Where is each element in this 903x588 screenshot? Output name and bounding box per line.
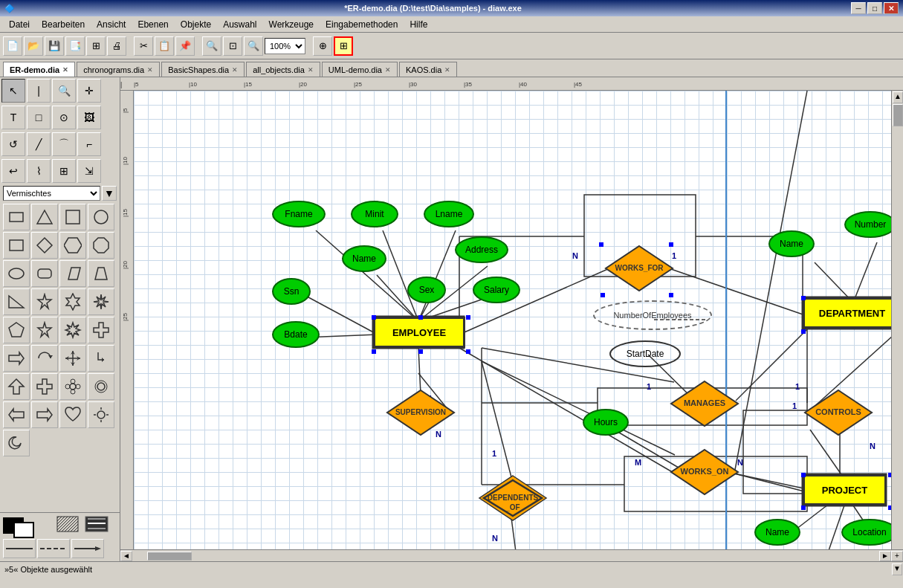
element-tool[interactable]: ⊙ bbox=[52, 106, 76, 129]
attr-location-proj[interactable]: Location bbox=[841, 519, 891, 546]
tab-close-4[interactable]: ✕ bbox=[385, 66, 391, 74]
maximize-button[interactable]: □ bbox=[867, 2, 882, 14]
shape-star5[interactable] bbox=[31, 288, 58, 315]
tab-close-1[interactable]: ✕ bbox=[147, 66, 153, 74]
minimize-button[interactable]: ─ bbox=[851, 2, 866, 14]
grid-button[interactable]: ⊞ bbox=[334, 36, 353, 56]
shape-crescent[interactable] bbox=[3, 430, 30, 456]
entity-employee[interactable]: EMPLOYEE bbox=[373, 317, 465, 348]
shape-arrow-right2[interactable] bbox=[31, 401, 58, 428]
pattern-button[interactable] bbox=[56, 516, 79, 534]
background-color[interactable] bbox=[13, 522, 34, 538]
entity-department[interactable]: DEPARTMENT bbox=[803, 297, 891, 329]
scroll-tool[interactable]: ⇲ bbox=[77, 159, 101, 183]
relation-supervision[interactable]: SUPERVISION bbox=[385, 388, 456, 437]
layers-button[interactable]: ⊞ bbox=[86, 36, 106, 56]
line-tool[interactable]: ╱ bbox=[27, 132, 51, 156]
attr-number-of-employees[interactable]: NumberOfEmployees bbox=[593, 300, 712, 330]
polyline-tool[interactable]: ⌇ bbox=[27, 159, 51, 183]
menu-item-bearbeiten[interactable]: Bearbeiten bbox=[36, 18, 91, 31]
attr-name-emp[interactable]: Name bbox=[342, 245, 386, 272]
scrollbar-right[interactable]: ▲ ▼ bbox=[891, 91, 903, 549]
attr-lname[interactable]: Lname bbox=[424, 201, 474, 227]
line-style-2[interactable] bbox=[37, 539, 70, 558]
menu-item-werkzeuge[interactable]: Werkzeuge bbox=[263, 18, 320, 31]
text-cursor-tool[interactable]: | bbox=[27, 79, 51, 103]
zoom-tool[interactable]: 🔍 bbox=[52, 79, 76, 103]
tab-close-2[interactable]: ✕ bbox=[232, 66, 238, 74]
shape-star-8[interactable] bbox=[59, 317, 86, 343]
save-button[interactable]: 💾 bbox=[45, 36, 64, 56]
shape-parallelogram[interactable] bbox=[59, 260, 86, 287]
save-as-button[interactable]: 📑 bbox=[65, 36, 85, 56]
shape-square[interactable] bbox=[59, 204, 86, 230]
shape-heart[interactable] bbox=[59, 401, 86, 428]
attr-number-dept[interactable]: Number bbox=[844, 211, 891, 238]
text-tool[interactable]: T bbox=[1, 106, 25, 129]
tab-close-5[interactable]: ✕ bbox=[444, 66, 450, 74]
select-tool[interactable]: ↖ bbox=[1, 79, 25, 103]
move-tool[interactable]: ✛ bbox=[77, 79, 101, 103]
menu-item-auswahl[interactable]: Auswahl bbox=[217, 18, 262, 31]
tab-close-3[interactable]: ✕ bbox=[308, 66, 314, 74]
shape-rect2[interactable] bbox=[3, 232, 30, 259]
attr-name-proj[interactable]: Name bbox=[754, 519, 800, 546]
attr-sex[interactable]: Sex bbox=[407, 277, 446, 303]
zoom-in-button[interactable]: 🔍 bbox=[244, 36, 263, 56]
relation-manages[interactable]: MANAGES bbox=[669, 379, 740, 428]
attr-minit[interactable]: Minit bbox=[351, 201, 398, 227]
shape-cross2[interactable] bbox=[88, 317, 114, 343]
bezier2-tool[interactable]: ↩ bbox=[1, 159, 25, 183]
tab-1[interactable]: chronograms.dia✕ bbox=[77, 62, 160, 77]
shape-plus[interactable] bbox=[31, 373, 58, 400]
attr-salary[interactable]: Salary bbox=[473, 277, 520, 303]
shape-arrows4[interactable] bbox=[59, 345, 86, 372]
scrollbar-horizontal[interactable]: ◄ ► + bbox=[120, 549, 903, 561]
shape-starburst[interactable] bbox=[88, 288, 114, 315]
shape-arrow-up[interactable] bbox=[3, 373, 30, 400]
shape-gear[interactable] bbox=[88, 373, 114, 400]
relation-controls[interactable]: CONTROLS bbox=[803, 388, 874, 437]
tab-3[interactable]: all_objects.dia✕ bbox=[246, 62, 320, 77]
paste-button[interactable]: 📌 bbox=[175, 36, 195, 56]
zoom-out-button[interactable]: 🔍 bbox=[202, 36, 221, 56]
menu-item-eingabemethoden[interactable]: Eingabemethoden bbox=[320, 18, 404, 31]
attr-address[interactable]: Address bbox=[455, 236, 508, 263]
shape-arrows-bend[interactable] bbox=[88, 345, 114, 372]
relation-works-on[interactable]: WORKS_ON bbox=[669, 448, 740, 497]
arrow-style[interactable] bbox=[71, 539, 104, 558]
shape-star-outline[interactable] bbox=[31, 317, 58, 343]
line-pattern-button[interactable] bbox=[85, 516, 109, 534]
tab-2[interactable]: BasicShapes.dia✕ bbox=[161, 62, 245, 77]
cut-button[interactable]: ✂ bbox=[134, 36, 153, 56]
shape-arrow-r[interactable] bbox=[3, 345, 30, 372]
attr-bdate[interactable]: Bdate bbox=[272, 321, 320, 348]
zigzag-tool[interactable]: ⌐ bbox=[77, 132, 101, 156]
attr-startdate[interactable]: StartDate bbox=[609, 340, 681, 367]
tab-close-0[interactable]: ✕ bbox=[62, 66, 68, 74]
print-button[interactable]: 🖨 bbox=[107, 36, 126, 56]
shape-category-select[interactable]: Vermischtes bbox=[3, 186, 100, 201]
shape-star-sun[interactable] bbox=[88, 401, 114, 428]
entity-project[interactable]: PROJECT bbox=[803, 474, 887, 505]
snap-button[interactable]: ⊕ bbox=[313, 36, 332, 56]
shape-pentagon[interactable] bbox=[3, 317, 30, 343]
shape-star6[interactable] bbox=[59, 288, 86, 315]
tab-4[interactable]: UML-demo.dia✕ bbox=[322, 62, 398, 77]
shape-arrow-left[interactable] bbox=[3, 401, 30, 428]
relation-works-for[interactable]: WORKS_FOR bbox=[603, 244, 675, 293]
attr-fname[interactable]: Fname bbox=[272, 201, 326, 227]
shape-rect[interactable] bbox=[3, 204, 30, 230]
new-button[interactable]: 📄 bbox=[3, 36, 22, 56]
attr-hours[interactable]: Hours bbox=[583, 409, 629, 436]
bezier-tool[interactable]: ↺ bbox=[1, 132, 25, 156]
arc-tool[interactable]: ⌒ bbox=[52, 132, 76, 156]
copy-button[interactable]: 📋 bbox=[155, 36, 174, 56]
shape-triangle[interactable] bbox=[31, 204, 58, 230]
crop-tool[interactable]: ⊞ bbox=[52, 159, 76, 183]
box-tool[interactable]: □ bbox=[27, 106, 51, 129]
relation-dependents-of[interactable]: DEPENDENTS _OF bbox=[477, 474, 548, 523]
menu-item-ebenen[interactable]: Ebenen bbox=[132, 18, 174, 31]
close-button[interactable]: ✕ bbox=[884, 2, 899, 14]
attr-name-dept[interactable]: Name bbox=[768, 230, 815, 257]
